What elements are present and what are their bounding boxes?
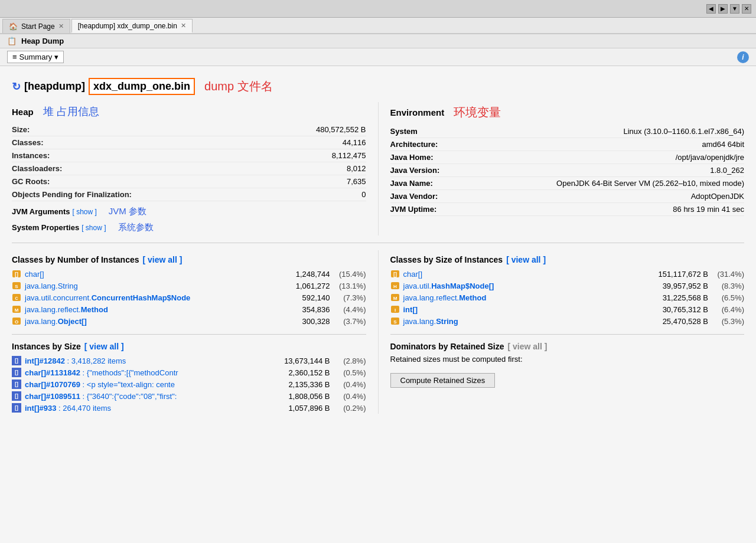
size-name-int-arr[interactable]: int[]	[403, 305, 652, 314]
tab-start-label: Start Page	[21, 22, 55, 31]
dominators-title: Dominators by Retained Size [ view all ]	[390, 342, 745, 351]
heap-dump-header: 📋 Heap Dump	[0, 34, 756, 48]
sys-props-row: System Properties [ show ] 系统参数	[12, 220, 366, 235]
instances-by-size-viewall[interactable]: [ view all ]	[84, 342, 124, 351]
env-javaversion-label: Java Version:	[390, 166, 440, 175]
instances-by-size-title: Instances by Size [ view all ]	[12, 342, 366, 351]
instance-name-int933[interactable]: int[]#933 : 264,470 items	[25, 404, 273, 413]
tab-heapdump-close[interactable]: ✕	[181, 22, 186, 30]
env-jvmuptime-label: JVM Uptime:	[390, 205, 437, 214]
class-name-concmap[interactable]: java.util.concurrent.ConcurrentHashMap$N…	[25, 293, 273, 302]
size-pct-hashmap: (8.3%)	[712, 282, 744, 290]
class-icon-string: S	[12, 281, 21, 290]
svg-text:[]: []	[393, 272, 397, 277]
env-system-label: System	[390, 127, 418, 136]
instance-icon-char1070769: []	[12, 380, 21, 389]
env-jvmuptime-value: 86 hrs 19 min 41 sec	[673, 205, 744, 214]
heap-classloaders-value: 8,012	[347, 164, 366, 173]
classes-by-size-viewall[interactable]: [ view all ]	[506, 255, 546, 264]
size-count-char-arr: 151,117,672 B	[655, 270, 708, 279]
instance-size-char1089511: 1,808,056 B	[277, 392, 330, 401]
heap-dump-icon: 📋	[7, 37, 17, 45]
heap-size-row: Size: 480,572,552 B	[12, 123, 366, 136]
size-name-hashmap[interactable]: java.util.HashMap$Node[]	[403, 282, 652, 290]
instance-name-int12842[interactable]: int[]#12842 : 3,418,282 items	[25, 356, 273, 365]
class-count-char-arr: 1,248,744	[277, 270, 330, 279]
jvm-args-row: JVM Arguments [ show ] JVM 参数	[12, 201, 366, 220]
tab-heapdump[interactable]: [heapdump] xdx_dump_one.bin ✕	[71, 19, 193, 33]
instance-pct-char1131842: (0.5%)	[334, 368, 366, 377]
list-item: [] char[]#1131842 : {"methods":[{"method…	[12, 367, 366, 378]
classes-by-instances-label: Classes by Number of Instances	[12, 255, 139, 264]
list-item: I int[] 30,765,312 B (6.4%)	[390, 303, 745, 315]
class-count-method: 354,836	[277, 305, 330, 314]
env-javaname-value: OpenJDK 64-Bit Server VM (25.262–b10, mi…	[556, 179, 744, 188]
instance-size-int12842: 13,673,144 B	[277, 356, 330, 365]
instance-pct-int12842: (2.8%)	[334, 356, 366, 365]
heap-gcroots-label: GC Roots:	[12, 177, 50, 186]
class-name-string[interactable]: java.lang.String	[25, 282, 273, 290]
info-icon[interactable]: i	[737, 51, 749, 63]
classes-by-size-label: Classes by Size of Instances	[390, 255, 503, 264]
nav-left-btn[interactable]: ◀	[706, 4, 716, 14]
list-item: S java.lang.String 1,061,272 (13.1%)	[12, 280, 366, 292]
instance-name-char1131842[interactable]: char[]#1131842 : {"methods":[{"methodCon…	[25, 368, 273, 377]
filename-box: xdx_dump_one.bin	[89, 78, 195, 95]
jvm-params-annotation: JVM 参数	[109, 206, 146, 217]
dump-filename-annotation: dump 文件名	[204, 78, 273, 94]
class-pct-concmap: (7.3%)	[334, 293, 366, 302]
instance-name-char1070769[interactable]: char[]#1070769 : <p style="text-align: c…	[25, 380, 273, 389]
sys-props-show-link[interactable]: [ show ]	[82, 224, 106, 232]
summary-button[interactable]: ≡ Summary ▾	[7, 51, 64, 63]
classes-by-instances-section: Classes by Number of Instances [ view al…	[12, 255, 366, 327]
size-count-string: 25,470,528 B	[655, 317, 708, 326]
nav-dropdown-btn[interactable]: ▼	[730, 4, 739, 14]
nav-right-btn[interactable]: ▶	[718, 4, 728, 14]
window-close-btn[interactable]: ✕	[742, 4, 751, 14]
title-bar: ◀ ▶ ▼ ✕	[0, 0, 756, 18]
list-item: [] char[]#1070769 : <p style="text-align…	[12, 378, 366, 390]
svg-text:S: S	[393, 319, 397, 325]
class-name-object-arr[interactable]: java.lang.Object[]	[25, 317, 273, 326]
compute-retained-sizes-button[interactable]: Compute Retained Sizes	[390, 373, 496, 388]
env-annotation: 环境变量	[454, 104, 501, 120]
tab-start-page[interactable]: 🏠 Start Page ✕	[2, 19, 70, 33]
size-pct-char-arr: (31.4%)	[712, 270, 744, 279]
window-controls: ◀ ▶ ▼ ✕	[706, 4, 751, 14]
size-icon-int-arr: I	[390, 305, 400, 314]
summary-label: Summary	[19, 53, 53, 61]
class-icon-concmap: C	[12, 293, 21, 302]
heap-classes-row: Classes: 44,116	[12, 136, 366, 149]
jvm-args-label: JVM Arguments	[12, 207, 70, 216]
svg-text:I: I	[394, 308, 395, 313]
instance-icon-char1089511: []	[12, 391, 21, 401]
size-name-char-arr[interactable]: char[]	[403, 270, 652, 279]
content-area: ↻ [heapdump] xdx_dump_one.bin dump 文件名 H…	[0, 66, 756, 423]
col-right: Environment 环境变量 System Linux (3.10.0–11…	[379, 102, 745, 235]
heapdump-tab-label: [heapdump] xdx_dump_one.bin	[78, 22, 177, 30]
instance-size-char1131842: 2,360,152 B	[277, 368, 330, 377]
classes-by-instances-viewall[interactable]: [ view all ]	[143, 255, 183, 264]
size-name-method[interactable]: java.lang.reflect.Method	[403, 293, 652, 302]
size-name-string[interactable]: java.lang.String	[403, 317, 652, 326]
list-item: M java.lang.reflect.Method 31,225,568 B …	[390, 292, 745, 303]
dominators-section: Dominators by Retained Size [ view all ]…	[390, 342, 745, 388]
class-name-char-arr[interactable]: char[]	[25, 270, 273, 279]
tab-start-close[interactable]: ✕	[58, 22, 64, 30]
env-system-value: Linux (3.10.0–1160.6.1.el7.x86_64)	[623, 127, 744, 136]
size-count-int-arr: 30,765,312 B	[655, 305, 708, 314]
divider-2	[12, 334, 366, 335]
env-javaname-label: Java Name:	[390, 179, 433, 188]
heap-annotation: 堆 占用信息	[43, 104, 99, 119]
jvm-args-show-link[interactable]: [ show ]	[72, 208, 96, 216]
dominators-desc-text: Retained sizes must be computed first:	[390, 355, 523, 364]
heap-size-value: 480,572,552 B	[316, 125, 366, 134]
heap-instances-label: Instances:	[12, 151, 50, 160]
dominators-viewall[interactable]: [ view all ]	[507, 342, 547, 351]
class-name-method[interactable]: java.lang.reflect.Method	[25, 305, 273, 314]
size-pct-string: (5.3%)	[712, 317, 744, 326]
instance-name-char1089511[interactable]: char[]#1089511 : {"3640":{"code":"08","f…	[25, 392, 273, 401]
size-icon-hashmap: H	[390, 281, 400, 290]
size-pct-int-arr: (6.4%)	[712, 305, 744, 314]
divider-1	[12, 243, 744, 243]
